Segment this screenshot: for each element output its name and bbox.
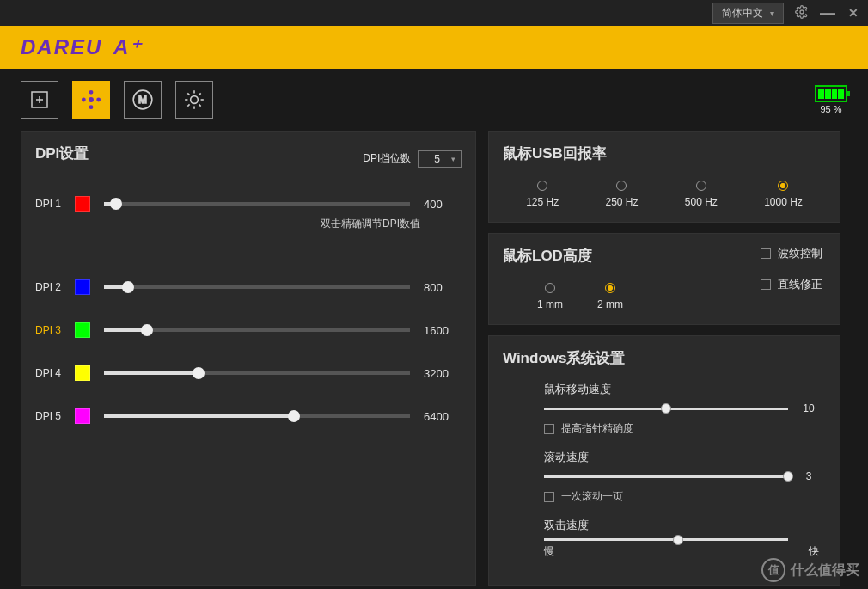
- lod-option[interactable]: 1 mm: [537, 283, 563, 310]
- checkbox-icon: [761, 248, 771, 259]
- dpi-row: DPI 5 6400: [35, 395, 462, 438]
- dpi-row: DPI 2 800: [35, 266, 462, 309]
- dpi-row: DPI 3 1600: [35, 309, 462, 352]
- watermark: 值 什么值得买: [761, 558, 859, 582]
- language-select[interactable]: 简体中文 ▾: [712, 3, 784, 24]
- polling-option[interactable]: 500 Hz: [685, 181, 718, 208]
- scroll-page-label: 一次滚动一页: [561, 489, 623, 504]
- brand-bar: DAREU A⁺: [0, 26, 868, 69]
- dpi-slider[interactable]: [104, 371, 410, 375]
- dpi-value: 800: [424, 281, 462, 294]
- dblclick-speed-slider[interactable]: [544, 538, 788, 541]
- lod-option-label: 1 mm: [537, 298, 563, 310]
- dpi-count-value: 5: [434, 153, 440, 165]
- lod-checkbox-row[interactable]: 波纹控制: [761, 246, 822, 261]
- windows-title: Windows系统设置: [503, 348, 826, 368]
- svg-line-17: [199, 104, 200, 106]
- svg-point-8: [97, 98, 100, 101]
- dpi-color-swatch[interactable]: [75, 408, 90, 424]
- svg-point-11: [191, 96, 199, 104]
- dpi-panel: DPI设置 DPI挡位数 5 ▾ DPI 1 400双击精确调节DPI数值 DP…: [21, 131, 476, 586]
- polling-title: 鼠标USB回报率: [503, 144, 826, 163]
- lod-option-label: 2 mm: [597, 298, 623, 310]
- svg-point-6: [89, 106, 92, 108]
- dpi-row-label: DPI 2: [35, 281, 66, 293]
- language-label: 简体中文: [722, 6, 763, 21]
- dpi-row: DPI 4 3200: [35, 352, 462, 395]
- polling-rate-panel: 鼠标USB回报率 125 Hz 250 Hz 500 Hz 1000 Hz: [488, 131, 840, 223]
- polling-option-label: 125 Hz: [526, 196, 559, 208]
- chevron-down-icon: ▾: [770, 9, 774, 18]
- battery-indicator: 95 %: [815, 85, 847, 114]
- dpi-value: 6400: [424, 410, 462, 423]
- windows-panel: Windows系统设置 鼠标移动速度 10 提高指针精确度: [488, 335, 840, 586]
- battery-icon: [815, 85, 847, 102]
- svg-point-5: [89, 91, 92, 94]
- lod-panel: 鼠标LOD高度 1 mm 2 mm 波纹控制 直线修正: [488, 233, 840, 325]
- minimize-button[interactable]: —: [820, 4, 835, 22]
- lod-checkbox-row[interactable]: 直线修正: [761, 277, 822, 292]
- dpi-tab-button[interactable]: [72, 81, 110, 119]
- macro-tab-button[interactable]: M: [124, 81, 162, 119]
- lod-title: 鼠标LOD高度: [503, 246, 761, 266]
- scroll-page-checkbox[interactable]: [544, 492, 554, 502]
- dpi-count-label: DPI挡位数: [363, 151, 411, 166]
- dpi-slider[interactable]: [104, 285, 410, 289]
- svg-point-0: [800, 10, 804, 14]
- radio-icon: [778, 181, 788, 191]
- scroll-speed-slider[interactable]: [544, 475, 788, 478]
- radio-icon: [537, 181, 547, 191]
- dpi-color-swatch[interactable]: [75, 365, 90, 381]
- dpi-count-select[interactable]: DPI挡位数 5 ▾: [363, 150, 462, 168]
- dpi-color-swatch[interactable]: [75, 279, 90, 295]
- radio-icon: [545, 283, 555, 293]
- dblclick-slow-label: 慢: [544, 544, 554, 559]
- svg-line-16: [187, 93, 189, 95]
- pointer-speed-slider[interactable]: [544, 408, 788, 410]
- polling-option[interactable]: 1000 Hz: [764, 181, 803, 208]
- dpi-slider[interactable]: [104, 202, 410, 206]
- dpi-row-label: DPI 3: [35, 324, 66, 336]
- lod-checkbox-label: 波纹控制: [778, 246, 822, 261]
- brand-logo: DAREU A⁺: [21, 35, 143, 59]
- lod-checkbox-label: 直线修正: [778, 277, 822, 292]
- toolbar: M 95 %: [0, 69, 868, 131]
- checkbox-icon: [761, 279, 771, 290]
- svg-point-4: [89, 98, 93, 101]
- add-profile-button[interactable]: [21, 81, 58, 119]
- dpi-slider[interactable]: [104, 328, 410, 332]
- svg-text:M: M: [138, 94, 147, 106]
- radio-icon: [605, 283, 615, 293]
- dpi-value: 1600: [424, 324, 462, 337]
- polling-option-label: 1000 Hz: [764, 196, 803, 208]
- polling-option[interactable]: 250 Hz: [605, 181, 638, 208]
- enhance-precision-checkbox[interactable]: [544, 424, 554, 434]
- pointer-speed-label: 鼠标移动速度: [544, 382, 819, 397]
- chevron-down-icon: ▾: [451, 155, 455, 163]
- lod-option[interactable]: 2 mm: [597, 283, 623, 310]
- dpi-value: 400: [424, 198, 462, 211]
- dpi-color-swatch[interactable]: [75, 322, 90, 338]
- enhance-precision-label: 提高指针精确度: [561, 421, 633, 436]
- main-content: DPI设置 DPI挡位数 5 ▾ DPI 1 400双击精确调节DPI数值 DP…: [0, 131, 868, 586]
- scroll-speed-label: 滚动速度: [544, 450, 819, 465]
- dpi-row-label: DPI 1: [35, 198, 66, 210]
- dpi-color-swatch[interactable]: [75, 196, 90, 212]
- gear-icon[interactable]: [794, 5, 810, 21]
- titlebar: 简体中文 ▾ — ✕: [0, 0, 868, 26]
- dpi-value: 3200: [424, 367, 462, 380]
- close-button[interactable]: ✕: [846, 6, 861, 20]
- dpi-hint: 双击精确调节DPI数值: [35, 217, 462, 231]
- svg-line-18: [187, 104, 189, 106]
- dblclick-speed-label: 双击速度: [544, 518, 819, 533]
- svg-line-19: [199, 93, 200, 95]
- dblclick-fast-label: 快: [809, 544, 819, 559]
- polling-option[interactable]: 125 Hz: [526, 181, 559, 208]
- svg-point-7: [83, 98, 85, 101]
- lighting-tab-button[interactable]: [175, 81, 213, 119]
- watermark-text: 什么值得买: [791, 561, 859, 580]
- dpi-row-label: DPI 5: [35, 410, 66, 422]
- dpi-row: DPI 1 400: [35, 182, 462, 215]
- pointer-speed-value: 10: [798, 402, 819, 414]
- dpi-slider[interactable]: [104, 414, 410, 418]
